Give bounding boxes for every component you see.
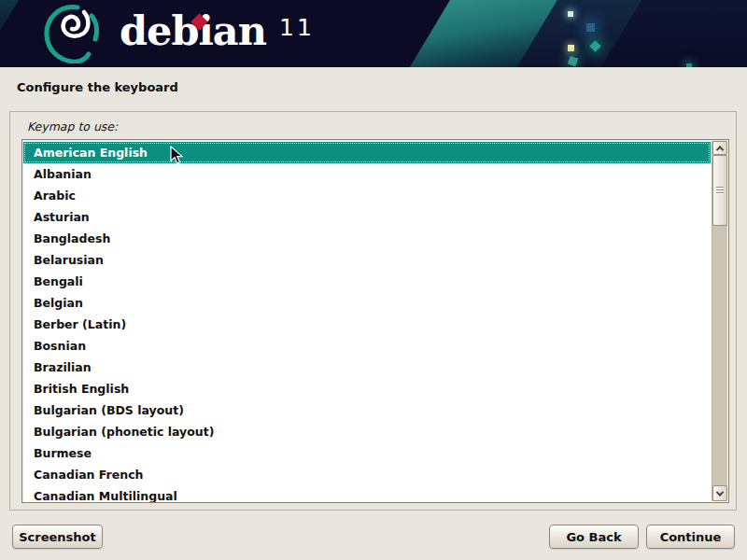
list-item[interactable]: Belgian bbox=[23, 292, 711, 314]
list-item[interactable]: Bengali bbox=[23, 271, 711, 292]
list-item-label: Berber (Latin) bbox=[34, 317, 126, 331]
keymap-list: American English Albanian Arabic Asturia… bbox=[21, 139, 729, 503]
list-item[interactable]: Bangladesh bbox=[23, 228, 711, 249]
list-item[interactable]: Burmese bbox=[23, 442, 711, 464]
banner-decoration bbox=[568, 45, 574, 51]
list-item[interactable]: Bulgarian (BDS layout) bbox=[23, 399, 711, 421]
list-item[interactable]: Belarusian bbox=[23, 249, 711, 271]
banner-decoration bbox=[0, 0, 19, 67]
list-item-label: Arabic bbox=[34, 189, 76, 203]
list-item-label: Belarusian bbox=[34, 253, 104, 267]
debian-wordmark: debian bbox=[120, 7, 266, 54]
list-item[interactable]: Asturian bbox=[23, 206, 711, 228]
list-item[interactable]: Berber (Latin) bbox=[23, 314, 711, 335]
list-item-label: Bengali bbox=[34, 274, 83, 288]
debian-wordmark-text: debian bbox=[120, 7, 266, 54]
list-item-label: British English bbox=[34, 382, 129, 396]
list-item-label: Bulgarian (BDS layout) bbox=[34, 403, 184, 417]
list-item-label: Bangladesh bbox=[34, 231, 110, 245]
mouse-cursor-icon bbox=[170, 146, 183, 165]
list-item-label: Albanian bbox=[34, 167, 92, 181]
scrollbar-grip-icon bbox=[716, 187, 724, 194]
installer-banner: debian 11 bbox=[0, 0, 747, 67]
vertical-scrollbar[interactable] bbox=[712, 141, 727, 501]
scroll-down-button[interactable] bbox=[712, 485, 727, 501]
list-item-label: Asturian bbox=[34, 210, 90, 224]
keymap-list-rows: American English Albanian Arabic Asturia… bbox=[23, 142, 711, 502]
scrollbar-thumb[interactable] bbox=[712, 155, 727, 226]
list-item-label: Bosnian bbox=[34, 339, 86, 353]
list-item[interactable]: Arabic bbox=[23, 185, 711, 206]
list-item-label: Bulgarian (phonetic layout) bbox=[34, 425, 214, 439]
list-item-label: Canadian Multilingual bbox=[34, 489, 177, 502]
list-item[interactable]: American English bbox=[23, 142, 711, 163]
list-item[interactable]: Bosnian bbox=[23, 335, 711, 357]
list-item-label: American English bbox=[34, 146, 148, 160]
list-item[interactable]: Canadian Multilingual bbox=[23, 485, 711, 502]
list-item[interactable]: British English bbox=[23, 378, 711, 399]
scroll-up-button[interactable] bbox=[712, 141, 727, 155]
page-title: Configure the keyboard bbox=[17, 80, 178, 94]
list-item-label: Belgian bbox=[34, 296, 83, 310]
screenshot-button[interactable]: Screenshot bbox=[12, 525, 103, 549]
list-item-label: Burmese bbox=[34, 446, 92, 460]
chevron-up-icon bbox=[716, 146, 724, 153]
banner-decoration bbox=[586, 23, 595, 32]
list-item-label: Canadian French bbox=[34, 468, 143, 482]
list-item[interactable]: Bulgarian (phonetic layout) bbox=[23, 421, 711, 442]
debian-version: 11 bbox=[279, 14, 315, 41]
debian-swirl-icon bbox=[43, 4, 103, 63]
keymap-label: Keymap to use: bbox=[27, 119, 118, 133]
list-item-label: Brazilian bbox=[34, 360, 92, 374]
list-item[interactable]: Canadian French bbox=[23, 464, 711, 485]
list-item[interactable]: Brazilian bbox=[23, 357, 711, 378]
banner-decoration bbox=[568, 11, 573, 17]
go-back-button[interactable]: Go Back bbox=[549, 525, 639, 549]
continue-button[interactable]: Continue bbox=[646, 525, 735, 549]
banner-decoration bbox=[686, 63, 692, 67]
chevron-down-icon bbox=[716, 488, 724, 496]
list-item[interactable]: Albanian bbox=[23, 163, 711, 185]
keymap-panel: Keymap to use: American English Albanian… bbox=[9, 111, 737, 511]
